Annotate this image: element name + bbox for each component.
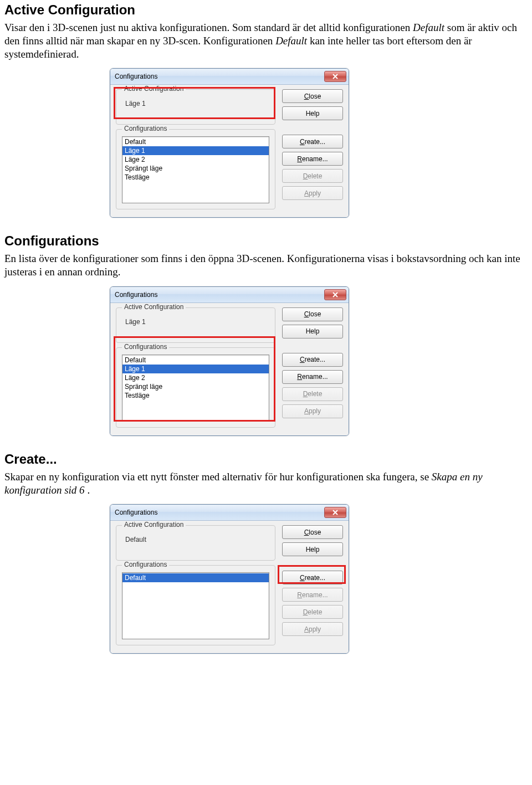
text: Help [306, 110, 320, 117]
text: reate... [305, 356, 325, 363]
group-active-configuration: Active Configuration Läge 1 [116, 89, 275, 125]
active-configuration-value: Default [122, 532, 269, 545]
text: elete [308, 172, 322, 180]
heading-create: Create... [4, 451, 528, 467]
text: ename... [302, 373, 328, 381]
group-configurations: Configurations DefaultLäge 1Läge 2Spräng… [116, 347, 275, 428]
dialog-titlebar[interactable]: Configurations [110, 287, 349, 303]
text: ename... [302, 591, 328, 599]
text: A [304, 189, 309, 197]
list-item[interactable]: Läge 2 [122, 155, 269, 164]
group-label: Configurations [122, 561, 169, 568]
configurations-dialog: Configurations Active Configuration Läge… [110, 68, 349, 218]
text: R [297, 591, 302, 599]
dialog-title: Configurations [115, 291, 324, 299]
rename-button[interactable]: Rename... [282, 370, 343, 384]
list-item[interactable]: Läge 2 [122, 373, 269, 382]
list-item[interactable]: Sprängt läge [122, 164, 269, 173]
rename-button[interactable]: Rename... [282, 152, 343, 166]
rename-button: Rename... [282, 588, 343, 602]
help-button[interactable]: Help [282, 106, 343, 120]
text: elete [308, 608, 322, 616]
text: . [87, 484, 90, 496]
paragraph: En lista över de konfigurationer som fin… [4, 252, 528, 279]
window-close-button[interactable] [324, 507, 346, 518]
group-label: Configurations [122, 343, 169, 351]
list-item[interactable]: Default [122, 573, 269, 582]
group-label: Active Configuration [122, 303, 186, 311]
close-button[interactable]: Close [282, 307, 343, 321]
paragraph: Skapar en ny konfiguration via ett nytt … [4, 470, 528, 497]
text: reate... [305, 574, 325, 582]
list-item[interactable]: Default [122, 137, 269, 146]
text: A [304, 407, 309, 415]
text-italic: Default [413, 22, 444, 33]
text: Visar den i 3D-scenen just nu aktiva kon… [4, 22, 413, 33]
window-close-button[interactable] [324, 289, 346, 300]
text: pply [309, 625, 321, 633]
delete-button: Delete [282, 387, 343, 401]
text: lose [309, 310, 321, 318]
create-button[interactable]: Create... [282, 571, 343, 584]
list-item[interactable]: Testläge [122, 173, 269, 182]
group-configurations: Configurations DefaultLäge 1Läge 2Spräng… [116, 129, 275, 209]
create-button[interactable]: Create... [282, 135, 343, 148]
group-active-configuration: Active Configuration Default [116, 525, 275, 561]
text: pply [309, 407, 321, 415]
close-icon [332, 74, 339, 79]
group-configurations: Configurations Default [116, 565, 275, 645]
active-configuration-value: Läge 1 [122, 96, 269, 109]
text: Help [306, 546, 320, 553]
group-label: Configurations [122, 125, 169, 132]
close-icon [332, 510, 339, 515]
active-configuration-value: Läge 1 [122, 315, 269, 327]
text: Skapar en ny konfiguration via ett nytt … [4, 471, 432, 483]
heading-configurations: Configurations [4, 233, 528, 249]
dialog-titlebar[interactable]: Configurations [110, 69, 349, 85]
list-item[interactable]: Sprängt läge [122, 382, 269, 391]
dialog-titlebar[interactable]: Configurations [110, 505, 349, 521]
list-item[interactable]: Läge 1 [122, 365, 269, 373]
create-button[interactable]: Create... [282, 353, 343, 367]
delete-button: Delete [282, 605, 343, 619]
text: reate... [305, 138, 325, 146]
dialog-title: Configurations [115, 73, 324, 80]
text: R [297, 155, 302, 163]
text: C [300, 574, 305, 582]
text: elete [308, 390, 322, 398]
text: D [303, 608, 308, 616]
configurations-listbox[interactable]: DefaultLäge 1Läge 2Sprängt lägeTestläge [122, 355, 269, 422]
list-item[interactable]: Läge 1 [122, 146, 269, 155]
text: C [300, 356, 305, 363]
text: Help [306, 327, 320, 335]
window-close-button[interactable] [324, 71, 346, 82]
close-button[interactable]: Close [282, 525, 343, 539]
apply-button: Apply [282, 404, 343, 418]
group-active-configuration: Active Configuration Läge 1 [116, 307, 275, 343]
dialog-title: Configurations [115, 509, 324, 516]
text: D [303, 172, 308, 180]
configurations-dialog: Configurations Active Configuration Läge… [110, 286, 349, 436]
apply-button: Apply [282, 622, 343, 636]
group-label: Active Configuration [122, 85, 186, 93]
help-button[interactable]: Help [282, 325, 343, 338]
text: D [303, 390, 308, 398]
list-item[interactable]: Default [122, 356, 269, 365]
text: lose [309, 93, 321, 100]
text: ename... [302, 155, 328, 163]
configurations-listbox[interactable]: DefaultLäge 1Läge 2Sprängt lägeTestläge [122, 136, 269, 203]
text: lose [309, 529, 321, 536]
text: R [297, 373, 302, 381]
paragraph: Visar den i 3D-scenen just nu aktiva kon… [4, 21, 528, 60]
text: A [304, 625, 309, 633]
help-button[interactable]: Help [282, 542, 343, 556]
list-item[interactable]: Testläge [122, 391, 269, 400]
close-icon [332, 292, 339, 297]
text: pply [309, 189, 321, 197]
text-italic: Default [275, 35, 307, 47]
heading-active-configuration: Active Configuration [4, 2, 528, 18]
group-label: Active Configuration [122, 521, 186, 529]
close-button[interactable]: Close [282, 89, 343, 103]
text: C [300, 138, 305, 146]
configurations-listbox[interactable]: Default [122, 572, 269, 639]
